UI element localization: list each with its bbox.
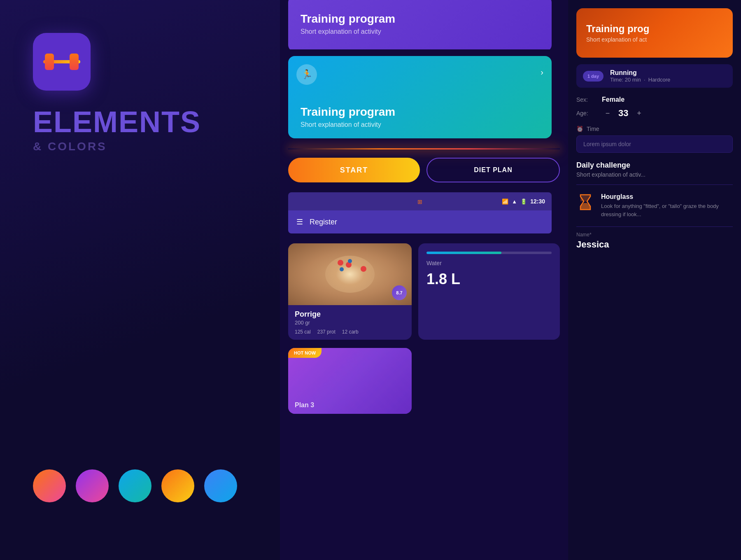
hourglass-description: Look for anything "fitted", or "tallo" g… — [601, 202, 733, 218]
hot-badge: HOT NOW — [288, 348, 322, 358]
sex-value: Female — [602, 96, 624, 103]
food-image: 8.7 — [288, 243, 412, 305]
hourglass-info: Hourglass Look for anything "fitted", or… — [601, 193, 733, 218]
age-value: 33 — [618, 108, 628, 119]
food-protein: 237 prot — [317, 329, 336, 335]
color-swatch-5 — [204, 469, 237, 502]
name-label: Name* — [576, 232, 733, 238]
age-minus-button[interactable]: − — [602, 107, 613, 119]
challenge-title: Daily challenge — [576, 161, 733, 170]
challenge-subtitle: Short explanation of activ... — [576, 171, 733, 178]
water-label: Water — [426, 260, 552, 266]
day-badge: 1 day — [583, 71, 604, 82]
status-logo: ⊞ — [417, 198, 422, 205]
teal-card-title: Training program — [301, 105, 539, 119]
time-section: ⏰ Time Lorem ipsum dolor — [576, 126, 733, 153]
sex-label: Sex: — [576, 96, 597, 103]
orange-card-subtitle: Short explanation of act — [586, 36, 723, 43]
time-label: Time: — [610, 77, 623, 83]
divider-1 — [576, 226, 733, 227]
food-carbs: 12 carb — [342, 329, 359, 335]
cards-row: 8.7 Porrige 200 gr 125 cal 237 prot 12 c… — [288, 243, 560, 340]
name-section: Name* Jessica — [576, 226, 733, 250]
food-macros: 125 cal 237 prot 12 carb — [295, 329, 405, 335]
button-row: START DIET PLAN — [288, 158, 560, 182]
status-time: 12:30 — [530, 198, 545, 205]
app-icon — [33, 33, 91, 91]
food-info: Porrige 200 gr 125 cal 237 prot 12 carb — [288, 305, 412, 340]
running-extra: Hardcore — [648, 77, 670, 83]
hourglass-icon-wrap — [576, 193, 594, 211]
teal-card-icon: 🏃 — [296, 64, 317, 85]
blueberry-2 — [340, 267, 344, 271]
start-button[interactable]: START — [288, 158, 420, 182]
signal-icon: ▲ — [512, 198, 517, 205]
hamburger-icon[interactable]: ☰ — [296, 217, 303, 226]
teal-card-chevron[interactable]: › — [541, 68, 543, 77]
berry-3 — [361, 266, 366, 272]
color-swatch-1 — [33, 469, 66, 502]
middle-panel: Training program Short explanation of ac… — [280, 0, 568, 560]
age-plus-button[interactable]: + — [633, 107, 645, 119]
blueberry-1 — [348, 259, 352, 263]
diet-plan-button[interactable]: DIET PLAN — [426, 158, 560, 182]
water-progress-bg — [426, 252, 552, 254]
water-progress-fill — [426, 252, 501, 254]
nav-title: Register — [310, 218, 337, 226]
dumbbell-weight-right — [70, 54, 79, 70]
dumbbell-weight-left — [45, 54, 54, 70]
hourglass-title: Hourglass — [601, 193, 733, 201]
time-label-row: ⏰ Time — [576, 126, 733, 132]
purple-card-title: Training program — [301, 12, 539, 26]
orange-card-title: Training prog — [586, 23, 723, 35]
color-swatches — [33, 469, 237, 527]
food-score-badge: 8.7 — [392, 285, 407, 300]
status-bar: ⊞ 📶 ▲ 🔋 12:30 — [288, 192, 552, 210]
berry-1 — [338, 260, 343, 266]
color-swatch-4 — [161, 469, 194, 502]
daily-challenge: Daily challenge Short explanation of act… — [576, 161, 733, 185]
hourglass-icon — [579, 194, 592, 210]
right-panel: Training prog Short explanation of act 1… — [568, 0, 741, 560]
hourglass-row: Hourglass Look for anything "fitted", or… — [576, 193, 733, 218]
water-card[interactable]: Water 1.8 L — [418, 243, 560, 340]
food-name: Porrige — [295, 310, 405, 319]
water-value: 1.8 L — [426, 271, 552, 288]
activity-name: Running — [610, 69, 670, 77]
time-input[interactable]: Lorem ipsum dolor — [576, 135, 733, 153]
training-card-teal[interactable]: 🏃 › Training program Short explanation o… — [288, 56, 552, 138]
food-calories: 125 cal — [295, 329, 311, 335]
plan-label: Plan 3 — [295, 401, 314, 409]
clock-icon: ⏰ — [576, 126, 583, 132]
elements-title: ELEMENTS — [33, 107, 201, 137]
activity-time: Time: 20 min · Hardcore — [610, 77, 670, 83]
running-info: Running Time: 20 min · Hardcore — [610, 69, 670, 83]
profile-row: Sex: Female Age: − 33 + — [576, 96, 733, 119]
age-label: Age: — [576, 110, 597, 117]
food-card[interactable]: 8.7 Porrige 200 gr 125 cal 237 prot 12 c… — [288, 243, 412, 340]
color-swatch-2 — [76, 469, 109, 502]
time-value: 20 min — [625, 77, 641, 83]
battery-icon: 🔋 — [520, 198, 527, 205]
time-label: Time — [587, 126, 599, 132]
nav-bar: ☰ Register — [288, 210, 552, 233]
food-weight: 200 gr — [295, 320, 405, 326]
purple-card-subtitle: Short explanation of activity — [301, 28, 539, 35]
wifi-icon: 📶 — [502, 198, 508, 205]
color-swatch-3 — [119, 469, 151, 502]
sex-row: Sex: Female — [576, 96, 733, 103]
dumbbell-icon — [43, 51, 80, 72]
left-panel: ELEMENTS & COLORS — [0, 0, 280, 560]
age-row: Age: − 33 + — [576, 107, 733, 119]
training-card-orange[interactable]: Training prog Short explanation of act — [576, 8, 733, 58]
teal-card-subtitle: Short explanation of activity — [301, 121, 539, 128]
training-card-purple[interactable]: Training program Short explanation of ac… — [288, 0, 552, 49]
glow-divider — [288, 148, 560, 149]
bowl — [325, 256, 375, 293]
running-row[interactable]: 1 day Running Time: 20 min · Hardcore — [576, 64, 733, 88]
runner-icon: 🏃 — [301, 69, 312, 80]
colors-subtitle: & COLORS — [33, 140, 107, 153]
hot-card[interactable]: HOT NOW Plan 3 — [288, 348, 412, 414]
name-value: Jessica — [576, 239, 733, 250]
